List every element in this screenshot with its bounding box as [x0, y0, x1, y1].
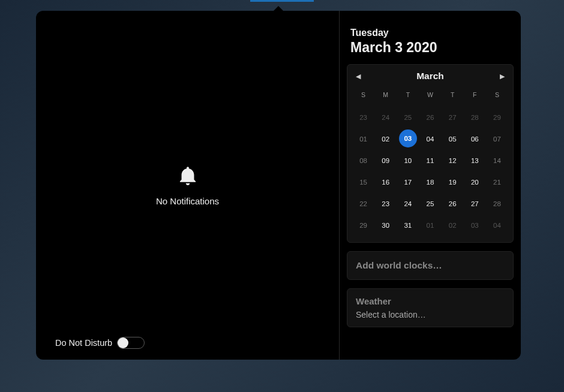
dnd-row: Do Not Disturb — [55, 337, 145, 349]
calendar-day[interactable]: 31 — [397, 218, 419, 233]
calendar-day[interactable]: 03 — [464, 218, 486, 233]
calendar-day[interactable]: 19 — [442, 175, 464, 189]
calendar-day[interactable]: 24 — [397, 197, 419, 211]
calendar-day[interactable]: 29 — [352, 218, 374, 233]
dnd-toggle[interactable] — [117, 337, 145, 349]
month-label: March — [416, 71, 444, 82]
notification-calendar-popover: No Notifications Do Not Disturb Tuesday … — [36, 11, 521, 360]
calendar-header: ◀ March ▶ — [347, 65, 513, 88]
calendar-day[interactable]: 21 — [486, 175, 508, 189]
calendar-day[interactable]: 28 — [464, 110, 486, 125]
calendar-day[interactable]: 12 — [442, 153, 464, 168]
dow-header: T — [397, 88, 419, 103]
calendar-day[interactable]: 09 — [374, 153, 397, 168]
calendar-day[interactable]: 04 — [486, 218, 508, 233]
calendar-day[interactable]: 17 — [397, 175, 419, 189]
calendar-day[interactable]: 16 — [374, 175, 397, 189]
date-header: Tuesday March 3 2020 — [347, 28, 514, 56]
calendar-day[interactable]: 26 — [419, 110, 441, 125]
bell-icon — [178, 165, 197, 185]
world-clocks-button[interactable]: Add world clocks… — [347, 251, 514, 280]
calendar-day[interactable]: 25 — [419, 197, 441, 211]
calendar-day[interactable]: 28 — [486, 197, 508, 211]
calendar-day[interactable]: 04 — [419, 132, 441, 146]
next-month-button[interactable]: ▶ — [500, 73, 505, 80]
calendar-day[interactable]: 01 — [419, 218, 441, 233]
dow-header: F — [464, 88, 486, 103]
calendar-pane: Tuesday March 3 2020 ◀ March ▶ SMTWTFS23… — [340, 11, 521, 360]
calendar-day[interactable]: 27 — [464, 197, 486, 211]
calendar-day[interactable]: 02 — [374, 132, 397, 146]
weather-subtitle: Select a location… — [356, 310, 505, 319]
calendar-day[interactable]: 13 — [464, 153, 486, 168]
panel-indicator — [250, 0, 314, 2]
calendar-day[interactable]: 15 — [352, 175, 374, 189]
calendar-day[interactable]: 02 — [442, 218, 464, 233]
prev-month-button[interactable]: ◀ — [356, 73, 361, 80]
notifications-pane: No Notifications Do Not Disturb — [36, 11, 340, 360]
calendar-day[interactable]: 30 — [374, 218, 397, 233]
calendar-day[interactable]: 14 — [486, 153, 508, 168]
full-date-label: March 3 2020 — [350, 40, 514, 56]
calendar-day[interactable]: 07 — [486, 132, 508, 146]
world-clocks-label: Add world clocks… — [356, 260, 505, 271]
calendar-day[interactable]: 25 — [397, 110, 419, 125]
calendar-day[interactable]: 11 — [419, 153, 441, 168]
weather-button[interactable]: Weather Select a location… — [347, 288, 514, 327]
calendar-day[interactable]: 03 — [399, 129, 417, 147]
calendar-day[interactable]: 26 — [442, 197, 464, 211]
dnd-label: Do Not Disturb — [55, 338, 112, 348]
notifications-empty: No Notifications — [36, 11, 339, 360]
calendar-day[interactable]: 22 — [352, 197, 374, 211]
calendar-day[interactable]: 18 — [419, 175, 441, 189]
calendar-grid: SMTWTFS232425262728290102030405060708091… — [347, 88, 513, 242]
calendar: ◀ March ▶ SMTWTFS23242526272829010203040… — [347, 64, 514, 243]
dow-header: W — [419, 88, 441, 103]
calendar-day[interactable]: 10 — [397, 153, 419, 168]
calendar-day[interactable]: 05 — [442, 132, 464, 146]
calendar-day[interactable]: 20 — [464, 175, 486, 189]
no-notifications-label: No Notifications — [156, 196, 219, 206]
calendar-day[interactable]: 27 — [442, 110, 464, 125]
calendar-day[interactable]: 08 — [352, 153, 374, 168]
weather-title: Weather — [356, 296, 505, 306]
dow-header: S — [352, 88, 374, 103]
calendar-day[interactable]: 23 — [352, 110, 374, 125]
dow-header: S — [486, 88, 508, 103]
calendar-day[interactable]: 23 — [374, 197, 397, 211]
weekday-label: Tuesday — [350, 28, 514, 38]
calendar-day[interactable]: 06 — [464, 132, 486, 146]
calendar-day[interactable]: 01 — [352, 132, 374, 146]
calendar-day[interactable]: 29 — [486, 110, 508, 125]
dow-header: T — [442, 88, 464, 103]
calendar-day[interactable]: 24 — [374, 110, 397, 125]
dow-header: M — [374, 88, 397, 103]
